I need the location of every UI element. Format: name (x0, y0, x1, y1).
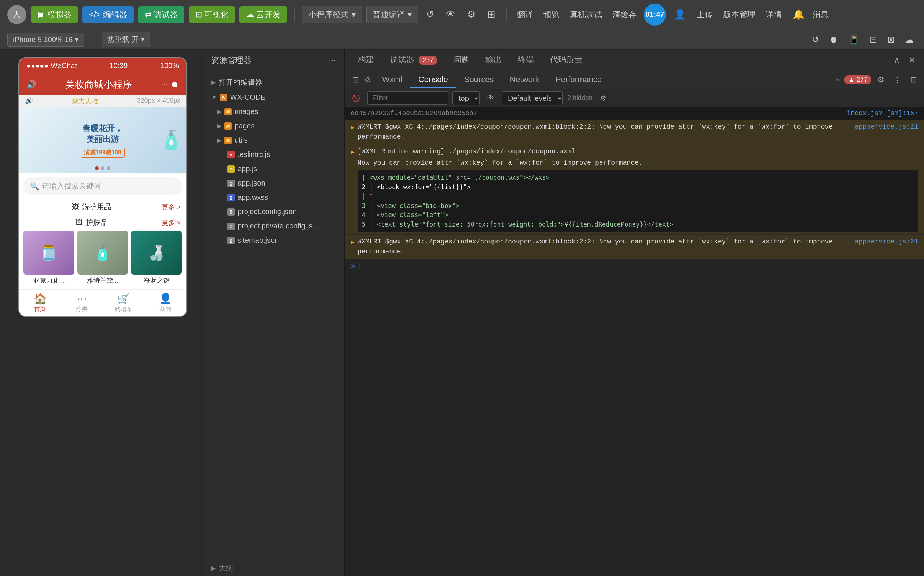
no-entry-icon-btn[interactable]: ⊘ (361, 74, 374, 86)
section2-more[interactable]: 更多 > (162, 219, 181, 227)
settings-filter-btn[interactable]: ⚙ (597, 93, 609, 104)
simulator-tab-btn[interactable]: ▣ 模拟器 (31, 6, 78, 23)
collapse-icon-btn[interactable]: ∧ (891, 54, 903, 66)
phone-banner[interactable]: 春暖花开， 美丽出游 满减199减100 🧴 (19, 107, 186, 173)
images-folder-icon: 📁 (224, 108, 232, 115)
tree-item-appwxss[interactable]: {} app.wxss (205, 190, 344, 205)
dock-btn[interactable]: ⊡ (907, 74, 919, 86)
prompt-symbol[interactable]: > (350, 261, 355, 272)
tree-item-pages[interactable]: ▶ 📁 pages (205, 119, 344, 133)
settings-icon-btn[interactable]: ⚙ (464, 6, 479, 22)
tab-output[interactable]: 输出 (478, 51, 509, 69)
chevron-images: ▶ (217, 108, 221, 115)
console-link-0[interactable]: appservice.js:21 (855, 122, 918, 142)
tree-item-sitemap[interactable]: {} sitemap.json (205, 233, 344, 248)
code-line-2: 2 | <block wx:for="{{list}}"> (362, 182, 914, 192)
bell-icon-btn[interactable]: 🔔 (789, 6, 808, 22)
nav-mine[interactable]: 👤 我的 (144, 293, 186, 313)
dot-2 (101, 166, 104, 170)
tab-build[interactable]: 构建 (350, 51, 381, 69)
pages-label: pages (235, 122, 255, 130)
session-id: ee457b2933f94be9ba28209ab9c95eb7 (350, 109, 477, 118)
tab-code-quality[interactable]: 代码质量 (543, 51, 590, 69)
sitemap-label: sitemap.json (238, 236, 279, 245)
product-item-0[interactable]: 🫙 亚克力化... (24, 230, 74, 285)
compile-dropdown[interactable]: 普通编译 ▾ (366, 6, 418, 24)
level-select[interactable]: Default levels (502, 91, 563, 105)
tree-item-eslint[interactable]: ● .eslintrc.js (205, 147, 344, 162)
hot-reload-btn[interactable]: 热重载 开 ▾ (102, 32, 150, 47)
upload-btn[interactable]: 上传 (694, 8, 716, 22)
subtab-wxml[interactable]: Wxml (374, 72, 410, 88)
eslint-label: .eslintrc.js (238, 150, 270, 159)
tree-item-projectconfig[interactable]: {} project.config.json (205, 205, 344, 219)
context-select[interactable]: top (452, 91, 480, 105)
real-debug-btn[interactable]: 真机调试 (567, 8, 605, 22)
split-icon-btn[interactable]: ⊠ (884, 33, 898, 46)
category-icon: ⋯ (77, 293, 87, 305)
translate-btn[interactable]: 翻译 (514, 8, 536, 22)
subtab-performance[interactable]: Performance (547, 72, 610, 88)
console-clear-btn[interactable]: 🚫 (349, 93, 363, 104)
subtab-sources[interactable]: Sources (456, 72, 502, 88)
phone-search-bar[interactable]: 🔍 请输入搜索关键词 (24, 178, 182, 195)
details-btn[interactable]: 详情 (763, 8, 785, 22)
product-item-1[interactable]: 🧴 雅诗兰黛... (77, 230, 128, 285)
outline-section[interactable]: ▶ 大纲 (205, 560, 344, 576)
banner-content: 春暖花开， 美丽出游 满减199减100 (81, 123, 124, 158)
opened-editors-section[interactable]: ▶ 打开的编辑器 (205, 74, 344, 90)
inspector-icon-btn[interactable]: ⊡ (349, 74, 361, 86)
filter-input[interactable] (368, 91, 448, 105)
eye-btn[interactable]: 👁 (442, 6, 459, 22)
editor-tab-btn[interactable]: </> 编辑器 (83, 6, 134, 23)
cloud2-icon-btn[interactable]: ☁ (902, 33, 917, 46)
cloud-dev-label: 云开发 (256, 9, 280, 20)
tree-item-projectprivate[interactable]: {} project.private.config.js... (205, 219, 344, 233)
version-mgr-btn[interactable]: 版本管理 (720, 8, 758, 22)
avatar: 人 (7, 5, 26, 24)
tab-terminal[interactable]: 终端 (510, 51, 541, 69)
wx-code-section[interactable]: ▼ W WX-CODE (205, 90, 344, 104)
refresh2-icon-btn[interactable]: ↺ (809, 33, 822, 46)
product-img-2: 🍶 (131, 230, 182, 275)
subtab-console[interactable]: Console (410, 72, 456, 88)
subtab-badge: ▲ 277 (844, 75, 871, 84)
section1-more[interactable]: 更多 > (162, 203, 181, 211)
outline-label: 大纲 (219, 563, 233, 573)
device-selector[interactable]: iPhone 5 100% 16 ▾ (7, 33, 84, 46)
eye-filter-btn[interactable]: 👁 (484, 93, 497, 104)
close-icon-btn[interactable]: ✕ (906, 54, 918, 66)
subtab-network[interactable]: Network (502, 72, 547, 88)
product-name-2: 海蓝之谜 (131, 276, 182, 285)
nav-category[interactable]: ⋯ 分类 (61, 293, 103, 313)
divider1 (294, 7, 295, 22)
tree-item-images[interactable]: ▶ 📁 images (205, 104, 344, 119)
layers-btn[interactable]: ⊞ (484, 6, 499, 22)
nav-home[interactable]: 🏠 首页 (19, 293, 61, 313)
clear-cache-btn[interactable]: 清缓存 (609, 8, 639, 22)
tree-item-appjs[interactable]: JS app.js (205, 162, 344, 176)
tree-item-appjson[interactable]: {} app.json (205, 176, 344, 190)
cloud-dev-tab-btn[interactable]: ☁ 云开发 (240, 6, 287, 23)
nav-cart[interactable]: 🛒 购物车 (103, 293, 144, 313)
layout-icon-btn[interactable]: ⊟ (867, 33, 880, 46)
person-icon-btn[interactable]: 👤 (670, 6, 689, 22)
mine-icon: 👤 (159, 293, 172, 305)
mode-dropdown[interactable]: 小程序模式 ▾ (302, 6, 362, 24)
refresh-btn[interactable]: ↺ (422, 6, 438, 22)
settings-gear-btn[interactable]: ⚙ (874, 74, 887, 86)
record-icon-btn[interactable]: ⏺ (826, 33, 841, 46)
product-item-2[interactable]: 🍶 海蓝之谜 (131, 230, 182, 285)
tree-item-utils[interactable]: ▶ 📁 utils (205, 133, 344, 147)
debug-tab-btn[interactable]: ⇄ 调试器 (138, 6, 184, 23)
preview-btn[interactable]: 预览 (540, 8, 563, 22)
code-line-5: 4 | <view class="left"> (362, 210, 914, 220)
more-options-btn[interactable]: ⋮ (890, 74, 904, 86)
console-link-2[interactable]: appservice.js:21 (855, 237, 918, 257)
phone-icon-btn[interactable]: 📱 (846, 33, 862, 46)
filetree-more-btn[interactable]: ··· (326, 54, 339, 67)
tab-problems[interactable]: 问题 (446, 51, 477, 69)
visualize-tab-btn[interactable]: ⊡ 可视化 (189, 6, 235, 23)
tab-debugger[interactable]: 调试器 277 (383, 51, 444, 69)
code-line-1: | <wxs module="dataUtil" src="./coupon.w… (362, 173, 914, 182)
